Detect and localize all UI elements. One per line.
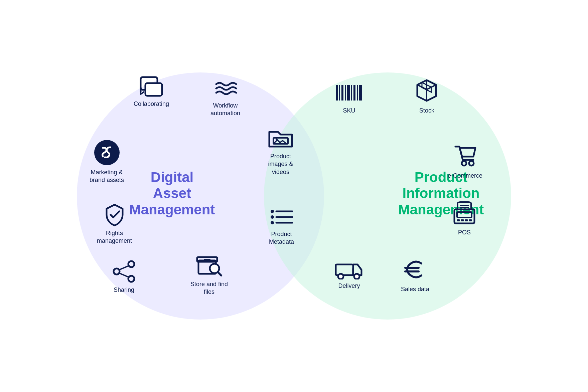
svg-point-33 <box>469 161 474 166</box>
product-images-item: Productimages &videos <box>267 126 294 176</box>
workflow-automation-item: Workflowautomation <box>210 77 240 118</box>
rights-management-item: Rightsmanagement <box>97 203 132 245</box>
product-metadata-item: ProductMetadata <box>269 206 294 246</box>
svg-point-16 <box>271 210 274 213</box>
ecommerce-item: e-Commerce <box>448 143 482 180</box>
pos-item: POS <box>451 199 478 236</box>
svg-rect-25 <box>345 85 346 101</box>
svg-rect-26 <box>347 85 350 101</box>
svg-rect-37 <box>461 219 464 221</box>
svg-rect-28 <box>353 85 355 101</box>
sku-icon <box>334 82 364 104</box>
rights-management-icon <box>103 203 127 227</box>
svg-rect-39 <box>469 219 472 221</box>
sku-item: SKU <box>334 82 364 115</box>
sharing-item: Sharing <box>112 259 136 294</box>
svg-rect-23 <box>339 85 340 101</box>
svg-rect-38 <box>465 219 468 221</box>
stock-icon <box>414 77 439 104</box>
svg-point-20 <box>271 221 274 224</box>
rights-management-label: Rightsmanagement <box>97 229 132 245</box>
delivery-label: Delivery <box>338 282 360 290</box>
svg-line-7 <box>119 266 129 270</box>
collaborating-icon <box>139 76 163 97</box>
collaborating-label: Collaborating <box>134 100 169 108</box>
svg-point-3 <box>94 140 120 165</box>
sales-data-item: Sales data <box>401 256 429 293</box>
store-find-files-label: Store and findfiles <box>190 280 228 296</box>
stock-item: Stock <box>414 77 439 115</box>
stock-label: Stock <box>419 107 434 115</box>
svg-line-8 <box>119 273 129 277</box>
collaborating-item: Collaborating <box>134 76 169 108</box>
svg-rect-22 <box>336 85 338 101</box>
sku-label: SKU <box>343 107 355 115</box>
venn-diagram: Digital Asset Management Product Informa… <box>60 29 528 363</box>
marketing-brand-icon <box>94 139 120 166</box>
workflow-automation-icon <box>213 77 238 99</box>
svg-point-6 <box>128 276 134 282</box>
marketing-brand-item: Marketing &brand assets <box>90 139 124 184</box>
sales-data-label: Sales data <box>401 285 429 293</box>
svg-rect-35 <box>457 212 472 217</box>
sharing-icon <box>112 259 136 283</box>
svg-point-5 <box>114 268 120 274</box>
svg-rect-29 <box>357 85 358 101</box>
ecommerce-icon <box>453 143 478 169</box>
pos-label: POS <box>458 229 471 236</box>
sharing-label: Sharing <box>114 286 134 294</box>
workflow-automation-label: Workflowautomation <box>210 102 240 118</box>
svg-rect-1 <box>145 83 162 96</box>
store-find-files-item: Store and findfiles <box>190 251 228 296</box>
svg-point-43 <box>338 274 343 279</box>
svg-rect-24 <box>341 85 343 101</box>
product-metadata-icon <box>270 206 294 228</box>
store-find-files-icon <box>196 251 223 278</box>
sales-data-icon <box>402 256 429 283</box>
svg-point-15 <box>276 139 278 141</box>
product-metadata-label: ProductMetadata <box>269 230 294 246</box>
svg-rect-30 <box>359 85 362 101</box>
delivery-icon <box>334 258 364 279</box>
svg-point-44 <box>354 274 359 279</box>
product-images-label: Productimages &videos <box>268 153 293 176</box>
product-images-icon <box>267 126 294 150</box>
ecommerce-label: e-Commerce <box>448 172 482 180</box>
svg-point-32 <box>462 161 466 166</box>
svg-rect-42 <box>336 264 353 275</box>
dam-label: Digital Asset Management <box>129 169 215 218</box>
svg-point-18 <box>271 215 274 219</box>
svg-line-13 <box>218 272 221 275</box>
pos-icon <box>451 199 478 226</box>
svg-rect-36 <box>457 219 460 221</box>
svg-rect-27 <box>351 85 352 101</box>
marketing-brand-label: Marketing &brand assets <box>90 169 124 184</box>
svg-point-4 <box>128 261 134 267</box>
delivery-item: Delivery <box>334 258 364 290</box>
